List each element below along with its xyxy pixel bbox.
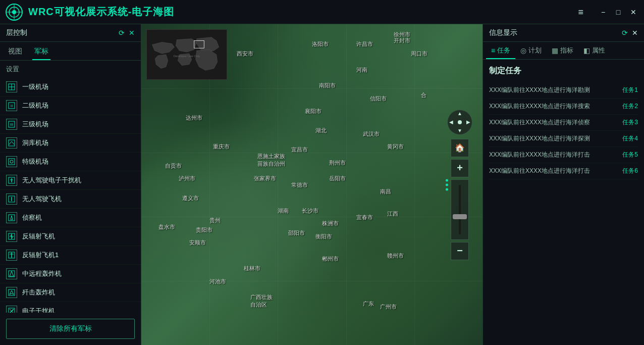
mission-row-6[interactable]: XXX编队前往XXXX地点进行海洋打击 任务6 <box>489 163 638 179</box>
uav-jam-label: 无人驾驶电子干扰机 <box>22 176 81 185</box>
app-logo <box>5 3 23 21</box>
plan-tab-icon: ◎ <box>520 46 526 55</box>
zoom-slider[interactable] <box>451 179 469 240</box>
recon-icon <box>6 212 17 223</box>
task-tab-icon: ≡ <box>491 46 495 55</box>
tab-task[interactable]: ≡ 任务 <box>486 42 515 59</box>
titlebar: WRC可视化展示系统-电子海图 ≡ − □ ✕ <box>0 0 644 24</box>
mission-section-title: 制定任务 <box>489 66 638 76</box>
airport1-label: 一级机场 <box>22 82 48 91</box>
anti-rad1-icon <box>6 250 17 261</box>
mission-text-3: XXX编队前往XXXX地点进行海洋侦察 <box>489 118 616 127</box>
mission-row-1[interactable]: XXX编队前往XXXX地点进行海洋勘测 任务1 <box>489 82 638 98</box>
uav-fly-label: 无人驾驶飞机 <box>22 194 62 204</box>
list-item[interactable]: 洞库机场 <box>0 134 141 153</box>
list-item[interactable]: 特级机场 <box>0 153 141 171</box>
mission-content: 制定任务 XXX编队前往XXXX地点进行海洋勘测 任务1 XXX编队前往XXXX… <box>483 60 644 345</box>
nav-right-arrow[interactable]: ▶ <box>466 120 470 125</box>
zoom-in-button[interactable]: + <box>451 159 469 177</box>
layer-tabs: 视图 军标 <box>0 42 141 61</box>
airport3-icon: III <box>6 119 17 130</box>
mission-id-6: 任务6 <box>622 167 638 175</box>
mission-text-1: XXX编队前往XXXX地点进行海洋勘测 <box>489 86 616 94</box>
list-item[interactable]: 无人驾驶飞机 <box>0 190 141 209</box>
mission-row-4[interactable]: XXX编队前往XXXX地点进行海洋探测 任务4 <box>489 131 638 147</box>
bomb2-icon <box>6 287 17 298</box>
list-item[interactable]: II 二级机场 <box>0 96 141 115</box>
jam-plane-icon <box>6 306 17 313</box>
svg-marker-21 <box>11 216 13 220</box>
window-controls: − □ ✕ <box>599 8 638 17</box>
info-panel-icons: ⟳ ✕ <box>622 29 638 37</box>
special-icon <box>6 156 17 167</box>
layer-control-title: 层控制 <box>6 28 27 37</box>
airport2-icon: II <box>6 100 17 111</box>
mini-map[interactable]: Developer Use Only <box>146 29 227 80</box>
layer-list: 一级机场 II 二级机场 III 三级机场 洞库机场 <box>0 78 141 313</box>
map-area[interactable]: Developer Use Only 西安市 洛阳市 许昌市 开封市 周口市 徐… <box>141 24 482 345</box>
minimize-button[interactable]: − <box>599 8 608 17</box>
compass-control[interactable]: ▲ ◀ ▶ ▼ <box>447 110 472 135</box>
mission-row-5[interactable]: XXX编队前往XXXX地点进行海洋打击 任务5 <box>489 147 638 163</box>
list-item[interactable]: 电子干扰机 <box>0 302 141 313</box>
list-item[interactable]: 无人驾驶电子干扰机 <box>0 171 141 190</box>
airport1-icon <box>6 81 17 92</box>
list-item[interactable]: 中远程轰炸机 <box>0 265 141 283</box>
left-panel: 层控制 ⟳ ✕ 视图 军标 设置 一级机场 <box>0 24 141 345</box>
mission-id-5: 任务5 <box>622 151 638 159</box>
mission-id-4: 任务4 <box>622 134 638 143</box>
cave-label: 洞库机场 <box>22 138 48 147</box>
right-panel: 信息显示 ⟳ ✕ ≡ 任务 ◎ 计划 ▦ 指标 ◧ 属性 <box>482 24 644 345</box>
menu-icon[interactable]: ≡ <box>578 7 583 17</box>
anti-rad1-label: 反辐射飞机1 <box>22 251 59 260</box>
settings-label: 设置 <box>0 61 141 78</box>
close-button[interactable]: ✕ <box>629 8 638 17</box>
clear-military-button[interactable]: 清除所有军标 <box>6 319 135 339</box>
nav-left-arrow[interactable]: ◀ <box>449 120 453 125</box>
close-layer-icon[interactable]: ✕ <box>129 29 135 37</box>
task-tab-label: 任务 <box>497 46 510 55</box>
tab-plan[interactable]: ◎ 计划 <box>515 42 547 59</box>
mission-text-4: XXX编队前往XXXX地点进行海洋探测 <box>489 134 616 143</box>
tab-index[interactable]: ▦ 指标 <box>547 42 578 59</box>
tab-view[interactable]: 视图 <box>6 45 24 60</box>
zoom-slider-thumb[interactable] <box>453 214 467 219</box>
mission-row-3[interactable]: XXX编队前往XXXX地点进行海洋侦察 任务3 <box>489 115 638 131</box>
info-close-icon[interactable]: ✕ <box>632 29 638 37</box>
mission-id-3: 任务3 <box>622 118 638 127</box>
uav-fly-icon <box>6 193 17 205</box>
attr-tab-label: 属性 <box>592 46 605 55</box>
bomb2-label: 歼击轰炸机 <box>22 288 55 297</box>
airport2-label: 二级机场 <box>22 101 48 110</box>
list-item[interactable]: 反辐射飞机1 <box>0 246 141 265</box>
svg-text:II: II <box>11 104 13 108</box>
info-panel-title: 信息显示 <box>489 28 517 37</box>
list-item[interactable]: III 三级机场 <box>0 115 141 134</box>
mission-text-5: XXX编队前往XXXX地点进行海洋打击 <box>489 151 616 159</box>
home-button[interactable]: 🏠 <box>451 139 469 157</box>
nav-up-arrow[interactable]: ▲ <box>457 111 462 116</box>
svg-marker-30 <box>10 271 14 276</box>
tab-military[interactable]: 军标 <box>32 45 50 60</box>
tab-attr[interactable]: ◧ 属性 <box>578 42 610 59</box>
info-panel-header: 信息显示 ⟳ ✕ <box>483 24 644 42</box>
nav-down-arrow[interactable]: ▼ <box>457 128 462 133</box>
maximize-button[interactable]: □ <box>614 8 623 17</box>
svg-rect-32 <box>9 308 15 313</box>
svg-text:Developer Use Only: Developer Use Only <box>174 55 200 58</box>
airport3-label: 三级机场 <box>22 120 48 129</box>
app-title: WRC可视化展示系统-电子海图 <box>28 5 174 19</box>
list-item[interactable]: 侦察机 <box>0 209 141 227</box>
svg-text:III: III <box>10 122 14 127</box>
list-item[interactable]: 歼击轰炸机 <box>0 283 141 302</box>
list-item[interactable]: 反辐射飞机 <box>0 227 141 246</box>
list-item[interactable]: 一级机场 <box>0 78 141 96</box>
plan-tab-label: 计划 <box>528 46 542 55</box>
info-refresh-icon[interactable]: ⟳ <box>622 29 628 37</box>
jam-plane-label: 电子干扰机 <box>22 307 55 313</box>
index-tab-label: 指标 <box>560 46 573 55</box>
zoom-out-button[interactable]: − <box>451 242 469 260</box>
refresh-icon[interactable]: ⟳ <box>119 29 125 37</box>
mission-row-2[interactable]: XXX编队前往XXXX地点进行海洋搜索 任务2 <box>489 98 638 115</box>
medium-bomb-label: 中远程轰炸机 <box>22 269 62 278</box>
